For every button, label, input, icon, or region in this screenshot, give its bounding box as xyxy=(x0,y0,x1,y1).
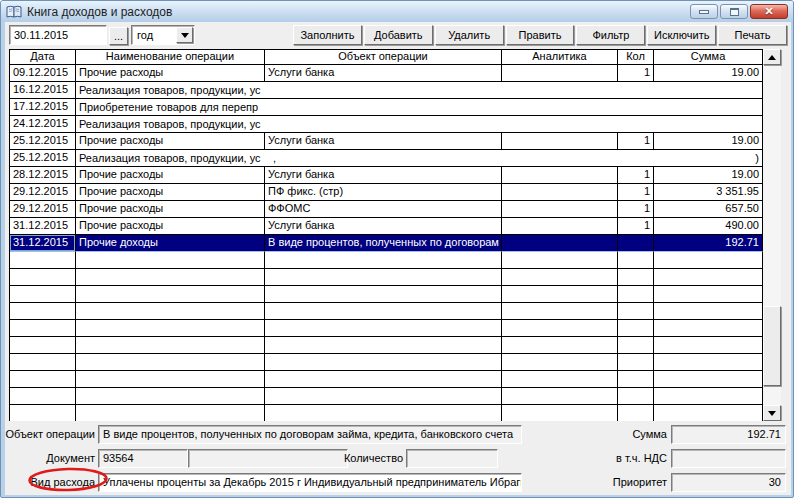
minimize-button[interactable] xyxy=(690,4,718,19)
cell-operation-span: Реализация товаров, продукции, ус xyxy=(76,82,763,99)
table-row-empty[interactable] xyxy=(10,388,763,405)
delete-button[interactable]: Удалить xyxy=(435,25,504,45)
cell-operation-span: Реализация товаров, продукции, ус,) xyxy=(76,150,763,167)
object-field[interactable]: В виде процентов, полученных по договора… xyxy=(98,425,522,444)
cell-empty xyxy=(502,303,618,320)
table-row-empty[interactable] xyxy=(10,354,763,371)
table-row[interactable]: 29.12.2015Прочие расходыПФ фикс. (стр)13… xyxy=(10,184,763,201)
table-row-empty[interactable] xyxy=(10,252,763,269)
add-button[interactable]: Добавить xyxy=(364,25,433,45)
vertical-scrollbar[interactable] xyxy=(763,49,781,421)
close-button[interactable]: ✕ xyxy=(750,4,788,19)
cell-empty xyxy=(618,252,654,269)
table-row[interactable]: 24.12.2015Реализация товаров, продукции,… xyxy=(10,116,763,133)
cell-object: Услуги банка xyxy=(265,65,502,82)
cell-empty xyxy=(265,354,502,371)
column-header-object[interactable]: Объект операции xyxy=(265,50,502,65)
table-row[interactable]: 29.12.2015Прочие расходыФФОМС1657.50 xyxy=(10,201,763,218)
scroll-up-button[interactable] xyxy=(763,49,781,65)
cell-empty xyxy=(502,252,618,269)
sum-label: Сумма xyxy=(565,425,667,443)
cell-empty xyxy=(502,371,618,388)
table-row-empty[interactable] xyxy=(10,320,763,337)
arrow-up-icon xyxy=(768,55,776,60)
cell-sum: 3 351.95 xyxy=(654,184,763,201)
period-select[interactable]: год xyxy=(131,25,195,45)
date-picker-button[interactable]: ... xyxy=(109,27,128,45)
column-header-sum[interactable]: Сумма xyxy=(654,50,763,65)
column-header-operation[interactable]: Наименование операции xyxy=(76,50,265,65)
print-button[interactable]: Печать xyxy=(718,25,787,45)
window-title: Книга доходов и расходов xyxy=(27,5,690,19)
date-input[interactable] xyxy=(9,25,107,45)
column-header-qty[interactable]: Кол xyxy=(618,50,654,65)
cell-analytics xyxy=(502,235,618,252)
cell-operation: Прочие расходы xyxy=(76,201,265,218)
table-row-empty[interactable] xyxy=(10,337,763,354)
cell-date: 28.12.2015 xyxy=(10,167,76,184)
priority-label: Приоритет xyxy=(565,473,667,491)
cell-empty xyxy=(76,354,265,371)
toolbar: ... год Заполнить Добавить Удалить Прави… xyxy=(5,22,791,48)
cell-analytics xyxy=(502,65,618,82)
cell-empty xyxy=(654,252,763,269)
cell-analytics xyxy=(502,133,618,150)
expense-type-field[interactable]: Уплачены проценты за Декабрь 2015 г Инди… xyxy=(98,473,522,492)
cell-empty xyxy=(10,320,76,337)
quantity-field[interactable] xyxy=(406,449,498,468)
cell-empty xyxy=(654,388,763,405)
window-controls: ✕ xyxy=(690,4,788,19)
cell-empty xyxy=(10,405,76,421)
cell-date: 09.12.2015 xyxy=(10,65,76,82)
expense-type-label: Вид расхода xyxy=(5,473,95,491)
cell-date: 17.12.2015 xyxy=(10,99,76,116)
scrollbar-thumb[interactable] xyxy=(763,306,781,386)
cell-object: ФФОМС xyxy=(265,201,502,218)
table-row-empty[interactable] xyxy=(10,405,763,421)
table-row-empty[interactable] xyxy=(10,303,763,320)
cell-analytics xyxy=(502,167,618,184)
cell-empty xyxy=(265,337,502,354)
exclude-button[interactable]: Исключить xyxy=(647,25,716,45)
cell-empty xyxy=(654,303,763,320)
cell-empty xyxy=(618,269,654,286)
filter-button[interactable]: Фильтр xyxy=(576,25,645,45)
column-header-analytics[interactable]: Аналитика xyxy=(502,50,618,65)
table-body: 09.12.2015Прочие расходыУслуги банка119.… xyxy=(10,65,763,421)
edit-button[interactable]: Править xyxy=(506,25,575,45)
scroll-down-button[interactable] xyxy=(763,405,781,421)
document-field[interactable]: 93564 xyxy=(98,449,188,468)
table-row[interactable]: 25.12.2015Прочие расходыУслуги банка119.… xyxy=(10,133,763,150)
cell-object: Услуги банка xyxy=(265,218,502,235)
table-row[interactable]: 17.12.2015Приобретение товаров для переп… xyxy=(10,99,763,116)
cell-operation: Прочие расходы xyxy=(76,184,265,201)
table-row[interactable]: 31.12.2015Прочие расходыУслуги банка1490… xyxy=(10,218,763,235)
table-row[interactable]: 09.12.2015Прочие расходыУслуги банка119.… xyxy=(10,65,763,82)
column-header-date[interactable]: Дата xyxy=(10,50,76,65)
cell-sum: 19.00 xyxy=(654,133,763,150)
table-row[interactable]: 25.12.2015Реализация товаров, продукции,… xyxy=(10,150,763,167)
fill-button[interactable]: Заполнить xyxy=(293,25,362,45)
maximize-button[interactable] xyxy=(720,4,748,19)
cell-empty xyxy=(76,303,265,320)
period-dropdown-button[interactable] xyxy=(176,27,193,43)
chevron-down-icon xyxy=(181,33,189,38)
cell-empty xyxy=(502,354,618,371)
vat-field[interactable] xyxy=(671,449,786,468)
table-row-empty[interactable] xyxy=(10,371,763,388)
table-row[interactable]: 31.12.2015Прочие доходыВ виде процентов,… xyxy=(10,235,763,252)
table-row[interactable]: 16.12.2015Реализация товаров, продукции,… xyxy=(10,82,763,99)
priority-field[interactable]: 30 xyxy=(671,473,786,492)
cell-empty xyxy=(502,388,618,405)
cell-analytics xyxy=(502,218,618,235)
cell-empty xyxy=(265,371,502,388)
table-row[interactable]: 28.12.2015Прочие расходыУслуги банка119.… xyxy=(10,167,763,184)
table-row-empty[interactable] xyxy=(10,269,763,286)
cell-empty xyxy=(502,269,618,286)
cell-empty xyxy=(265,405,502,421)
sum-field[interactable]: 192.71 xyxy=(671,425,786,444)
cell-operation: Прочие расходы xyxy=(76,133,265,150)
vat-label: в т.ч. НДС xyxy=(565,449,667,467)
arrow-down-icon xyxy=(768,411,776,416)
table-row-empty[interactable] xyxy=(10,286,763,303)
